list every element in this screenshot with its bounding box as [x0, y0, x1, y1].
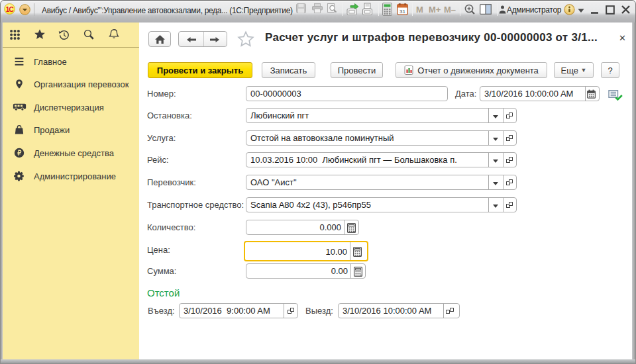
svg-text:C: C: [9, 6, 13, 13]
svg-text:31: 31: [399, 9, 405, 15]
